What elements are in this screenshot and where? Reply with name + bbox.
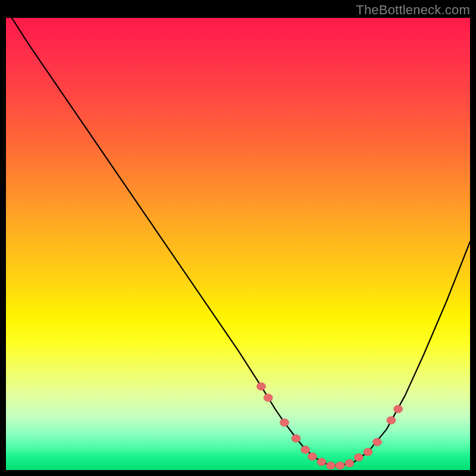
curve-marker	[317, 458, 326, 466]
curve-marker	[394, 405, 403, 413]
plot-area	[6, 18, 470, 470]
curve-marker	[336, 462, 345, 469]
curve-marker	[257, 383, 266, 390]
curve-marker	[327, 462, 336, 469]
curve-marker	[387, 416, 396, 424]
watermark-text: TheBottleneck.com	[356, 2, 470, 18]
curve-marker	[345, 459, 354, 467]
chart-svg	[6, 18, 470, 470]
chart-frame: TheBottleneck.com	[0, 0, 476, 476]
curve-marker	[308, 453, 317, 461]
curve-marker	[280, 419, 289, 427]
curve-marker	[264, 394, 273, 402]
curve-marker	[292, 434, 300, 442]
curve-marker	[354, 453, 363, 461]
bottleneck-curve	[6, 18, 470, 465]
curve-path	[6, 18, 470, 465]
curve-markers	[257, 383, 403, 469]
curve-marker	[364, 448, 372, 456]
curve-marker	[373, 438, 382, 446]
curve-marker	[301, 446, 310, 453]
